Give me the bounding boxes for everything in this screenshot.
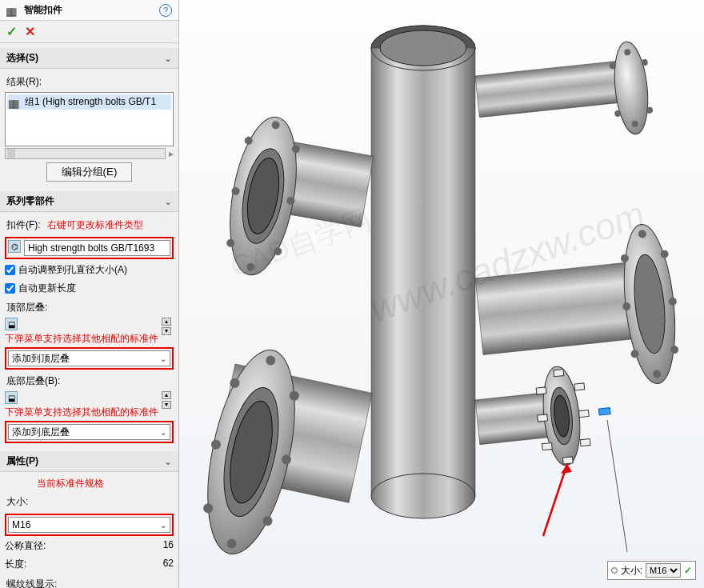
panel-header: 智能扣件 ? <box>0 0 178 21</box>
svg-rect-56 <box>562 457 573 464</box>
move-down-icon[interactable]: ▾ <box>162 401 171 409</box>
section-header-selection[interactable]: 选择(S) ⌄ <box>0 48 178 69</box>
svg-rect-59 <box>536 387 546 394</box>
move-up-icon[interactable]: ▴ <box>162 391 171 399</box>
auto-hole-checkbox[interactable] <box>5 265 15 275</box>
svg-rect-52 <box>554 369 564 376</box>
bottom-stack-dropdown[interactable]: 添加到底层叠 ⌄ <box>8 424 170 440</box>
result-scroll-row: ▸ <box>5 148 174 159</box>
nominal-diameter-row: 公称直径: 16 <box>5 538 174 556</box>
svg-rect-60 <box>598 408 610 415</box>
svg-rect-58 <box>538 414 548 422</box>
result-item-text: 组1 (High strength bolts GB/T1 <box>25 95 156 109</box>
result-item[interactable]: 组1 (High strength bolts GB/T1 <box>7 94 171 110</box>
selection-label: 选择(S) <box>6 51 164 65</box>
section-header-series[interactable]: 系列零部件 ⌄ <box>0 191 178 212</box>
help-icon[interactable]: ? <box>159 4 172 17</box>
size-popup: 大小: M16 ✓ <box>607 561 696 580</box>
3d-viewport[interactable]: www.cadzxw.com CAD自学网 <box>179 0 704 588</box>
dropdown-arrow-icon[interactable]: ⌄ <box>160 521 166 530</box>
annotation-spec: 当前标准件规格 <box>5 475 174 492</box>
length-label: 长度: <box>5 558 26 571</box>
panel-title: 智能扣件 <box>24 3 154 17</box>
thread-display-label: 螺纹线显示: <box>5 574 174 588</box>
edit-group-button[interactable]: 编辑分组(E) <box>46 162 133 182</box>
property-panel: 智能扣件 ? ✓ ✕ 选择(S) ⌄ 结果(R): 组1 (High stren… <box>0 0 179 588</box>
auto-length-checkbox-row: 自动更新长度 <box>5 279 174 298</box>
results-section: 结果(R): 组1 (High strength bolts GB/T1 ▸ 编… <box>0 69 178 188</box>
highlight-box: 添加到顶层叠 ⌄ <box>5 347 174 370</box>
move-up-icon[interactable]: ▴ <box>162 318 171 326</box>
svg-marker-62 <box>561 464 572 474</box>
svg-line-61 <box>543 464 567 536</box>
svg-rect-54 <box>578 410 589 417</box>
properties-section: 当前标准件规格 大小: M16 ⌄ 公称直径: 16 长度: 62 螺纹线显示:… <box>0 472 178 588</box>
fastener-icon: ⌬ <box>8 240 21 253</box>
dropdown-arrow-icon[interactable]: ⌄ <box>160 428 166 437</box>
ok-button[interactable]: ✓ <box>6 24 17 39</box>
stack-item-icon[interactable]: ⬓ <box>5 391 18 404</box>
highlight-box: 添加到底层叠 ⌄ <box>5 421 174 443</box>
svg-rect-57 <box>542 442 552 450</box>
highlight-box: M16 ⌄ <box>5 514 174 536</box>
move-pins: ▴ ▾ <box>162 391 171 409</box>
fastener-field-label: 扣件(F): <box>5 215 42 235</box>
auto-hole-checkbox-row: 自动调整到孔直径大小(A) <box>5 261 174 279</box>
fastener-value-box[interactable]: High strength bolts GB/T1693 <box>24 240 170 256</box>
annotation-dropdown-bottom: 下弹菜单支持选择其他相配的标准件 <box>5 406 158 419</box>
smart-fastener-icon <box>6 6 19 15</box>
size-label: 大小: <box>5 492 174 512</box>
bottom-stack-icons: ⬓ 下弹菜单支持选择其他相配的标准件 <box>5 391 158 419</box>
results-label: 结果(R): <box>5 72 174 92</box>
svg-point-3 <box>380 30 466 66</box>
bottom-stack-label: 底部层叠(B): <box>5 371 174 391</box>
svg-line-63 <box>607 420 627 552</box>
cancel-button[interactable]: ✕ <box>25 24 35 39</box>
scroll-right-icon[interactable]: ▸ <box>169 148 174 159</box>
move-pins: ▴ ▾ <box>162 318 171 335</box>
top-stack-value: 添加到顶层叠 <box>12 352 160 366</box>
top-stack-icons: ⬓ 下弹菜单支持选择其他相配的标准件 <box>5 318 158 346</box>
auto-length-label: 自动更新长度 <box>18 282 76 295</box>
section-header-properties[interactable]: 属性(P) ⌄ <box>0 451 178 472</box>
top-stack-label: 顶部层叠: <box>5 298 174 318</box>
length-row: 长度: 62 <box>5 556 174 574</box>
nominal-value: 16 <box>163 539 174 553</box>
chevron-down-icon[interactable]: ⌄ <box>164 456 172 467</box>
svg-rect-55 <box>580 438 590 446</box>
highlight-box: ⌬ High strength bolts GB/T1693 <box>5 237 174 259</box>
annotation-rclick: 右键可更改标准件类型 <box>47 218 143 232</box>
pin-icon[interactable] <box>611 567 618 574</box>
chevron-down-icon[interactable]: ⌄ <box>164 196 172 207</box>
popup-size-label: 大小: <box>621 564 642 578</box>
auto-length-checkbox[interactable] <box>5 283 15 294</box>
top-stack-dropdown[interactable]: 添加到顶层叠 ⌄ <box>8 350 170 366</box>
svg-rect-5 <box>475 61 622 118</box>
svg-point-4 <box>371 474 475 518</box>
properties-label: 属性(P) <box>6 454 164 468</box>
bottom-stack-value: 添加到底层叠 <box>12 426 160 439</box>
series-label: 系列零部件 <box>6 194 164 208</box>
popup-ok-button[interactable]: ✓ <box>684 565 692 576</box>
svg-point-6 <box>610 40 652 136</box>
auto-hole-label: 自动调整到孔直径大小(A) <box>18 263 127 277</box>
confirm-row: ✓ ✕ <box>0 21 178 43</box>
bolt-group-icon <box>9 98 22 107</box>
nominal-label: 公称直径: <box>5 539 46 553</box>
series-section: 扣件(F): 右键可更改标准件类型 ⌬ High strength bolts … <box>0 212 178 448</box>
move-down-icon[interactable]: ▾ <box>162 327 171 335</box>
size-dropdown[interactable]: M16 ⌄ <box>8 517 170 533</box>
horizontal-scrollbar[interactable] <box>5 148 166 159</box>
chevron-down-icon[interactable]: ⌄ <box>164 53 172 64</box>
svg-rect-53 <box>574 383 585 390</box>
size-value: M16 <box>12 519 160 530</box>
annotation-dropdown-top: 下弹菜单支持选择其他相配的标准件 <box>5 332 158 346</box>
stack-item-icon[interactable]: ⬓ <box>5 318 18 330</box>
results-listbox[interactable]: 组1 (High strength bolts GB/T1 <box>5 92 174 146</box>
popup-size-select[interactable]: M16 <box>646 563 681 578</box>
dropdown-arrow-icon[interactable]: ⌄ <box>160 354 166 363</box>
length-value: 62 <box>163 558 174 571</box>
